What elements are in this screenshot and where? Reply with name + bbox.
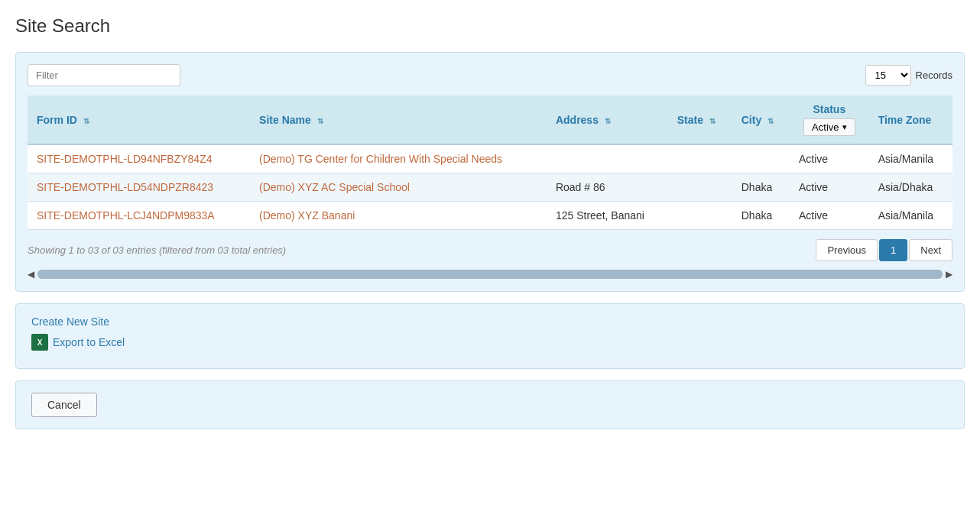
table-row: SITE-DEMOTPHL-LCJ4NDPM9833A (Demo) XYZ B…	[28, 202, 952, 230]
col-form-id[interactable]: Form ID ⇅	[28, 95, 250, 144]
table-row: SITE-DEMOTPHL-LD54NDPZR8423 (Demo) XYZ A…	[28, 173, 952, 202]
col-site-name[interactable]: Site Name ⇅	[250, 95, 547, 144]
cell-form-id: SITE-DEMOTPHL-LD94NFBZY84Z4	[28, 144, 250, 173]
records-per-page-select[interactable]: 5 10 15 25 50 100	[865, 65, 911, 86]
cell-site-name: (Demo) XYZ AC Special School	[250, 173, 547, 202]
form-id-link[interactable]: SITE-DEMOTPHL-LD94NFBZY84Z4	[37, 153, 213, 165]
sort-icon-address: ⇅	[605, 117, 611, 125]
search-container: 5 10 15 25 50 100 Records Form ID ⇅ Site…	[15, 52, 965, 292]
scrollbar-row: ◀ ▶	[28, 269, 952, 280]
page-1-button[interactable]: 1	[879, 239, 907, 261]
col-state[interactable]: State ⇅	[668, 95, 732, 144]
export-to-excel-link[interactable]: X Export to Excel	[31, 334, 949, 351]
site-name-link[interactable]: (Demo) XYZ Banani	[259, 209, 355, 222]
cell-site-name: (Demo) XYZ Banani	[250, 202, 547, 230]
scroll-left-icon[interactable]: ◀	[28, 269, 34, 280]
scroll-right-icon[interactable]: ▶	[946, 269, 952, 280]
filter-input[interactable]	[28, 64, 180, 86]
export-excel-label: Export to Excel	[53, 336, 125, 348]
cell-time-zone: Asia/Manila	[869, 144, 952, 173]
cell-site-name: (Demo) TG Center for Children With Speci…	[250, 144, 547, 173]
cancel-container: Cancel	[15, 380, 965, 429]
showing-text: Showing 1 to 03 of 03 entries (filtered …	[28, 244, 286, 256]
cell-city	[732, 144, 790, 173]
col-status: Status Active	[790, 95, 869, 144]
table-wrapper: Form ID ⇅ Site Name ⇅ Address ⇅ State ⇅	[28, 95, 952, 230]
scrollbar-track[interactable]	[37, 270, 943, 279]
sort-icon-city: ⇅	[767, 117, 774, 125]
status-column-label: Status	[813, 103, 845, 115]
cell-state	[668, 144, 732, 173]
page-title: Site Search	[15, 15, 965, 37]
sites-table: Form ID ⇅ Site Name ⇅ Address ⇅ State ⇅	[28, 95, 952, 230]
cell-time-zone: Asia/Dhaka	[869, 173, 952, 202]
cell-address	[547, 144, 668, 173]
site-name-link[interactable]: (Demo) XYZ AC Special School	[259, 181, 410, 193]
table-header-row: Form ID ⇅ Site Name ⇅ Address ⇅ State ⇅	[28, 95, 952, 144]
next-button[interactable]: Next	[909, 239, 952, 261]
scrollbar-thumb	[37, 270, 943, 279]
cell-city: Dhaka	[732, 202, 790, 230]
top-bar: 5 10 15 25 50 100 Records	[28, 64, 952, 86]
table-row: SITE-DEMOTPHL-LD94NFBZY84Z4 (Demo) TG Ce…	[28, 144, 952, 173]
site-name-link[interactable]: (Demo) TG Center for Children With Speci…	[259, 153, 502, 165]
excel-icon: X	[31, 334, 48, 351]
filtered-count: (filtered from 03 total entries)	[159, 244, 286, 256]
cell-city: Dhaka	[732, 173, 790, 202]
cell-form-id: SITE-DEMOTPHL-LCJ4NDPM9833A	[28, 202, 250, 230]
form-id-link[interactable]: SITE-DEMOTPHL-LCJ4NDPM9833A	[37, 209, 215, 222]
showing-count: Showing 1 to 03 of 03 entries	[28, 244, 156, 256]
create-new-site-link[interactable]: Create New Site	[31, 315, 949, 328]
cell-state	[668, 173, 732, 202]
form-id-link[interactable]: SITE-DEMOTPHL-LD54NDPZR8423	[37, 181, 213, 193]
pagination-buttons: Previous 1 Next	[816, 239, 952, 261]
cell-time-zone: Asia/Manila	[869, 202, 952, 230]
sort-icon-state: ⇅	[709, 117, 716, 125]
cell-state	[668, 202, 732, 230]
cancel-button[interactable]: Cancel	[31, 393, 97, 417]
records-label: Records	[916, 70, 952, 81]
col-time-zone[interactable]: Time Zone	[869, 95, 952, 144]
table-body: SITE-DEMOTPHL-LD94NFBZY84Z4 (Demo) TG Ce…	[28, 144, 952, 230]
cell-status: Active	[790, 144, 869, 173]
sort-icon-form-id: ⇅	[83, 117, 89, 125]
records-control: 5 10 15 25 50 100 Records	[865, 65, 952, 86]
cell-address: Road # 86	[547, 173, 668, 202]
cell-status: Active	[790, 173, 869, 202]
sort-icon-site-name: ⇅	[317, 117, 323, 125]
previous-button[interactable]: Previous	[816, 239, 878, 261]
cell-form-id: SITE-DEMOTPHL-LD54NDPZR8423	[28, 173, 250, 202]
col-address[interactable]: Address ⇅	[547, 95, 668, 144]
pagination-row: Showing 1 to 03 of 03 entries (filtered …	[28, 239, 952, 261]
cell-address: 125 Street, Banani	[547, 202, 668, 230]
bottom-links-container: Create New Site X Export to Excel	[15, 303, 965, 369]
col-city[interactable]: City ⇅	[732, 95, 790, 144]
cell-status: Active	[790, 202, 869, 230]
status-filter-dropdown[interactable]: Active	[803, 118, 855, 136]
